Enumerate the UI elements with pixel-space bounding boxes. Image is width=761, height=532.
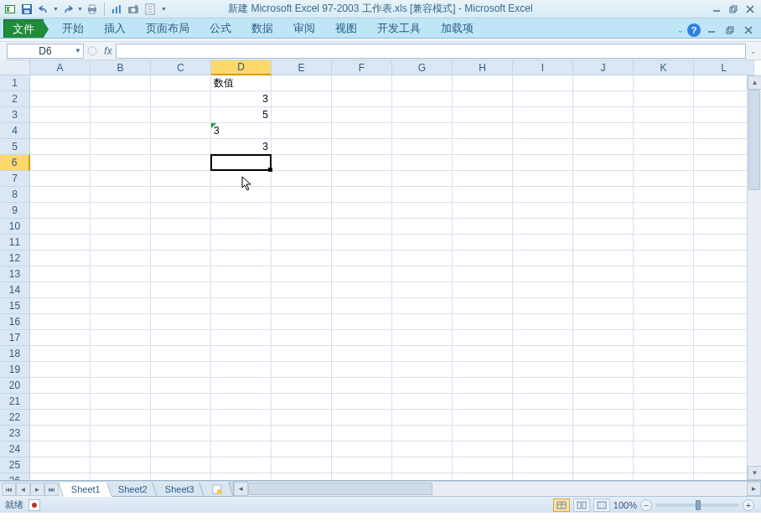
qat-form-icon[interactable] <box>142 2 158 17</box>
cell-H6[interactable] <box>453 155 513 171</box>
excel-app-icon[interactable] <box>3 2 18 17</box>
cell-I23[interactable] <box>513 426 573 442</box>
cell-B22[interactable] <box>91 410 151 426</box>
cell-D3[interactable]: 5 <box>211 107 272 123</box>
cell-F25[interactable] <box>332 457 392 473</box>
cell-H3[interactable] <box>453 107 513 123</box>
cell-J3[interactable] <box>573 107 634 123</box>
cell-E24[interactable] <box>272 442 332 457</box>
cell-A7[interactable] <box>30 171 91 187</box>
cell-G6[interactable] <box>392 155 453 171</box>
col-header-F[interactable]: F <box>332 60 392 75</box>
col-header-B[interactable]: B <box>91 60 151 75</box>
cell-D13[interactable] <box>211 266 272 282</box>
cell-B4[interactable] <box>91 123 151 139</box>
cell-H9[interactable] <box>453 203 513 219</box>
cell-F3[interactable] <box>332 107 392 123</box>
cell-I14[interactable] <box>513 282 573 298</box>
col-header-K[interactable]: K <box>634 60 694 75</box>
cell-L26[interactable] <box>694 473 754 481</box>
row-header-2[interactable]: 2 <box>0 91 30 107</box>
cell-C17[interactable] <box>151 330 211 346</box>
cell-K17[interactable] <box>634 330 694 346</box>
view-pagelayout-icon[interactable] <box>573 498 590 512</box>
cell-A23[interactable] <box>30 426 91 442</box>
cell-E5[interactable] <box>272 139 332 155</box>
cell-J10[interactable] <box>573 219 634 235</box>
cell-I7[interactable] <box>513 171 573 187</box>
cell-J22[interactable] <box>573 410 634 426</box>
col-header-G[interactable]: G <box>392 60 453 75</box>
cell-K2[interactable] <box>634 91 694 107</box>
cell-J20[interactable] <box>573 378 634 394</box>
select-all-corner[interactable] <box>0 60 30 75</box>
cell-C21[interactable] <box>151 394 211 410</box>
cell-J17[interactable] <box>573 330 634 346</box>
cell-D9[interactable] <box>211 203 272 219</box>
cell-J24[interactable] <box>573 442 634 457</box>
row-header-23[interactable]: 23 <box>0 426 30 442</box>
cell-H25[interactable] <box>453 457 513 473</box>
redo-dropdown-icon[interactable]: ▼ <box>77 6 83 12</box>
cell-I9[interactable] <box>513 203 573 219</box>
cell-E2[interactable] <box>272 91 332 107</box>
cell-H16[interactable] <box>453 314 513 330</box>
macro-record-icon[interactable] <box>28 499 40 511</box>
col-header-J[interactable]: J <box>573 60 634 75</box>
cell-I4[interactable] <box>513 123 573 139</box>
cell-H21[interactable] <box>453 394 513 410</box>
cell-A8[interactable] <box>30 187 91 203</box>
cell-D20[interactable] <box>211 378 272 394</box>
cell-H5[interactable] <box>453 139 513 155</box>
cell-B1[interactable] <box>91 75 151 91</box>
col-header-H[interactable]: H <box>453 60 513 75</box>
cell-B15[interactable] <box>91 298 151 314</box>
cell-C26[interactable] <box>151 473 211 481</box>
cell-C6[interactable] <box>151 155 211 171</box>
cell-H13[interactable] <box>453 266 513 282</box>
cell-J2[interactable] <box>573 91 634 107</box>
cell-D11[interactable] <box>211 235 272 251</box>
cell-A4[interactable] <box>30 123 91 139</box>
cell-J8[interactable] <box>573 187 634 203</box>
v-scroll-track[interactable] <box>748 90 761 466</box>
cell-E13[interactable] <box>272 266 332 282</box>
cell-C22[interactable] <box>151 410 211 426</box>
minimize-icon[interactable] <box>709 2 724 17</box>
workbook-restore-icon[interactable] <box>722 23 738 38</box>
cell-G11[interactable] <box>392 235 453 251</box>
cell-E16[interactable] <box>272 314 332 330</box>
row-header-13[interactable]: 13 <box>0 266 30 282</box>
row-header-1[interactable]: 1 <box>0 75 30 91</box>
cell-K11[interactable] <box>634 235 694 251</box>
cell-A13[interactable] <box>30 266 91 282</box>
cell-D19[interactable] <box>211 362 272 378</box>
cell-D18[interactable] <box>211 346 272 362</box>
cell-K22[interactable] <box>634 410 694 426</box>
cell-C14[interactable] <box>151 282 211 298</box>
cell-A14[interactable] <box>30 282 91 298</box>
cell-L6[interactable] <box>694 155 754 171</box>
cell-C24[interactable] <box>151 442 211 457</box>
cell-F5[interactable] <box>332 139 392 155</box>
row-header-9[interactable]: 9 <box>0 203 30 219</box>
cell-J23[interactable] <box>573 426 634 442</box>
col-header-E[interactable]: E <box>272 60 332 75</box>
tab-home[interactable]: 开始 <box>52 19 94 38</box>
cell-C4[interactable] <box>151 123 211 139</box>
cell-I1[interactable] <box>513 75 573 91</box>
cell-A24[interactable] <box>30 442 91 457</box>
cell-H26[interactable] <box>453 473 513 481</box>
cell-C2[interactable] <box>151 91 211 107</box>
cell-K3[interactable] <box>634 107 694 123</box>
formula-input[interactable] <box>116 44 746 59</box>
cell-E26[interactable] <box>272 473 332 481</box>
cell-G8[interactable] <box>392 187 453 203</box>
scroll-right-icon[interactable]: ► <box>747 482 761 496</box>
cell-H7[interactable] <box>453 171 513 187</box>
cell-E15[interactable] <box>272 298 332 314</box>
cell-K16[interactable] <box>634 314 694 330</box>
cell-I20[interactable] <box>513 378 573 394</box>
cell-J15[interactable] <box>573 298 634 314</box>
cell-J14[interactable] <box>573 282 634 298</box>
